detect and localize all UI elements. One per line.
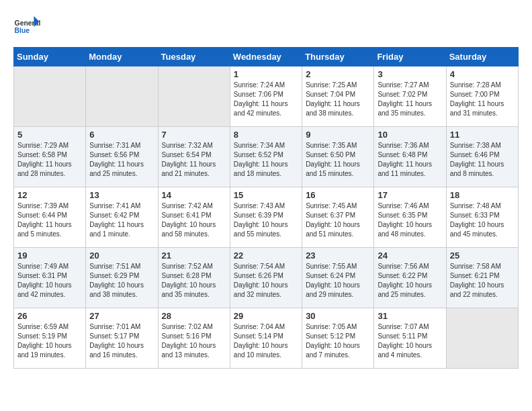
day-number: 23 [306, 250, 370, 261]
calendar-cell: 22Sunrise: 7:54 AMSunset: 6:26 PMDayligh… [230, 248, 302, 308]
day-info: Sunrise: 7:34 AMSunset: 6:52 PMDaylight:… [234, 141, 298, 179]
day-number: 10 [378, 130, 442, 140]
calendar-cell: 4Sunrise: 7:28 AMSunset: 7:00 PMDaylight… [446, 66, 518, 127]
day-number: 31 [378, 311, 442, 321]
day-number: 3 [378, 69, 442, 79]
day-info: Sunrise: 7:55 AMSunset: 6:24 PMDaylight:… [306, 262, 370, 300]
day-number: 7 [162, 130, 226, 140]
day-info: Sunrise: 7:05 AMSunset: 5:12 PMDaylight:… [306, 322, 370, 360]
weekday-header-tuesday: Tuesday [158, 48, 230, 66]
calendar-cell: 13Sunrise: 7:41 AMSunset: 6:42 PMDayligh… [86, 187, 158, 248]
day-info: Sunrise: 7:29 AMSunset: 6:58 PMDaylight:… [17, 141, 82, 179]
day-info: Sunrise: 7:51 AMSunset: 6:29 PMDaylight:… [89, 262, 154, 300]
calendar-cell: 29Sunrise: 7:04 AMSunset: 5:14 PMDayligh… [230, 308, 302, 369]
day-info: Sunrise: 7:01 AMSunset: 5:17 PMDaylight:… [89, 322, 154, 360]
weekday-header-friday: Friday [374, 48, 446, 66]
calendar-cell: 25Sunrise: 7:58 AMSunset: 6:21 PMDayligh… [446, 248, 518, 308]
day-info: Sunrise: 7:49 AMSunset: 6:31 PMDaylight:… [17, 262, 82, 300]
calendar-cell: 27Sunrise: 7:01 AMSunset: 5:17 PMDayligh… [86, 308, 158, 369]
day-number: 4 [450, 69, 515, 79]
day-info: Sunrise: 7:43 AMSunset: 6:39 PMDaylight:… [234, 201, 298, 239]
logo: General Blue [13, 13, 43, 40]
calendar-cell [86, 66, 158, 127]
day-number: 19 [17, 250, 82, 261]
day-number: 18 [450, 190, 515, 200]
day-number: 28 [162, 311, 226, 321]
day-info: Sunrise: 6:59 AMSunset: 5:19 PMDaylight:… [17, 322, 82, 360]
calendar-cell: 7Sunrise: 7:32 AMSunset: 6:54 PMDaylight… [158, 127, 230, 187]
calendar-cell: 19Sunrise: 7:49 AMSunset: 6:31 PMDayligh… [14, 248, 86, 308]
day-number: 29 [234, 311, 298, 321]
day-info: Sunrise: 7:54 AMSunset: 6:26 PMDaylight:… [234, 262, 298, 300]
day-info: Sunrise: 7:31 AMSunset: 6:56 PMDaylight:… [89, 141, 154, 179]
calendar-cell [14, 66, 86, 127]
calendar-cell: 24Sunrise: 7:56 AMSunset: 6:22 PMDayligh… [374, 248, 446, 308]
weekday-header-sunday: Sunday [14, 48, 86, 66]
day-number: 24 [378, 250, 442, 261]
calendar-cell: 10Sunrise: 7:36 AMSunset: 6:48 PMDayligh… [374, 127, 446, 187]
calendar-body: 1Sunrise: 7:24 AMSunset: 7:06 PMDaylight… [14, 66, 519, 369]
calendar-cell: 16Sunrise: 7:45 AMSunset: 6:37 PMDayligh… [302, 187, 374, 248]
day-info: Sunrise: 7:04 AMSunset: 5:14 PMDaylight:… [234, 322, 298, 360]
calendar-cell: 15Sunrise: 7:43 AMSunset: 6:39 PMDayligh… [230, 187, 302, 248]
calendar-header: SundayMondayTuesdayWednesdayThursdayFrid… [14, 48, 519, 66]
day-info: Sunrise: 7:41 AMSunset: 6:42 PMDaylight:… [89, 201, 154, 239]
day-info: Sunrise: 7:38 AMSunset: 6:46 PMDaylight:… [450, 141, 515, 179]
day-number: 20 [89, 250, 154, 261]
day-number: 6 [89, 130, 154, 140]
calendar-cell: 28Sunrise: 7:02 AMSunset: 5:16 PMDayligh… [158, 308, 230, 369]
day-number: 12 [17, 190, 82, 200]
day-info: Sunrise: 7:32 AMSunset: 6:54 PMDaylight:… [162, 141, 226, 179]
logo-icon: General Blue [13, 13, 40, 40]
day-info: Sunrise: 7:35 AMSunset: 6:50 PMDaylight:… [306, 141, 370, 179]
calendar-cell: 17Sunrise: 7:46 AMSunset: 6:35 PMDayligh… [374, 187, 446, 248]
day-number: 22 [234, 250, 298, 261]
weekday-header-thursday: Thursday [302, 48, 374, 66]
calendar-week-row: 12Sunrise: 7:39 AMSunset: 6:44 PMDayligh… [14, 187, 519, 248]
day-number: 26 [17, 311, 82, 321]
day-info: Sunrise: 7:27 AMSunset: 7:02 PMDaylight:… [378, 81, 442, 118]
day-number: 25 [450, 250, 515, 261]
calendar-cell: 30Sunrise: 7:05 AMSunset: 5:12 PMDayligh… [302, 308, 374, 369]
calendar-cell: 26Sunrise: 6:59 AMSunset: 5:19 PMDayligh… [14, 308, 86, 369]
header-row: SundayMondayTuesdayWednesdayThursdayFrid… [14, 48, 519, 66]
day-info: Sunrise: 7:58 AMSunset: 6:21 PMDaylight:… [450, 262, 515, 300]
weekday-header-wednesday: Wednesday [230, 48, 302, 66]
weekday-header-saturday: Saturday [446, 48, 518, 66]
calendar-cell: 12Sunrise: 7:39 AMSunset: 6:44 PMDayligh… [14, 187, 86, 248]
day-number: 13 [89, 190, 154, 200]
day-number: 16 [306, 190, 370, 200]
day-number: 30 [306, 311, 370, 321]
day-info: Sunrise: 7:56 AMSunset: 6:22 PMDaylight:… [378, 262, 442, 300]
day-number: 1 [234, 69, 298, 79]
day-info: Sunrise: 7:46 AMSunset: 6:35 PMDaylight:… [378, 201, 442, 239]
calendar-cell: 2Sunrise: 7:25 AMSunset: 7:04 PMDaylight… [302, 66, 374, 127]
calendar-cell [446, 308, 518, 369]
calendar-cell: 20Sunrise: 7:51 AMSunset: 6:29 PMDayligh… [86, 248, 158, 308]
calendar-cell [158, 66, 230, 127]
calendar-cell: 18Sunrise: 7:48 AMSunset: 6:33 PMDayligh… [446, 187, 518, 248]
day-info: Sunrise: 7:24 AMSunset: 7:06 PMDaylight:… [234, 81, 298, 118]
calendar-cell: 1Sunrise: 7:24 AMSunset: 7:06 PMDaylight… [230, 66, 302, 127]
day-info: Sunrise: 7:42 AMSunset: 6:41 PMDaylight:… [162, 201, 226, 239]
calendar-week-row: 26Sunrise: 6:59 AMSunset: 5:19 PMDayligh… [14, 308, 519, 369]
svg-text:Blue: Blue [15, 27, 30, 34]
day-info: Sunrise: 7:25 AMSunset: 7:04 PMDaylight:… [306, 81, 370, 118]
calendar-cell: 23Sunrise: 7:55 AMSunset: 6:24 PMDayligh… [302, 248, 374, 308]
day-number: 14 [162, 190, 226, 200]
calendar-cell: 8Sunrise: 7:34 AMSunset: 6:52 PMDaylight… [230, 127, 302, 187]
day-info: Sunrise: 7:36 AMSunset: 6:48 PMDaylight:… [378, 141, 442, 179]
page-header: General Blue [13, 13, 519, 40]
day-info: Sunrise: 7:07 AMSunset: 5:11 PMDaylight:… [378, 322, 442, 360]
day-number: 11 [450, 130, 515, 140]
day-info: Sunrise: 7:39 AMSunset: 6:44 PMDaylight:… [17, 201, 82, 239]
day-number: 9 [306, 130, 370, 140]
calendar-cell: 14Sunrise: 7:42 AMSunset: 6:41 PMDayligh… [158, 187, 230, 248]
day-number: 15 [234, 190, 298, 200]
calendar-week-row: 1Sunrise: 7:24 AMSunset: 7:06 PMDaylight… [14, 66, 519, 127]
calendar-cell: 11Sunrise: 7:38 AMSunset: 6:46 PMDayligh… [446, 127, 518, 187]
day-info: Sunrise: 7:48 AMSunset: 6:33 PMDaylight:… [450, 201, 515, 239]
calendar-cell: 21Sunrise: 7:52 AMSunset: 6:28 PMDayligh… [158, 248, 230, 308]
day-info: Sunrise: 7:28 AMSunset: 7:00 PMDaylight:… [450, 81, 515, 118]
day-info: Sunrise: 7:52 AMSunset: 6:28 PMDaylight:… [162, 262, 226, 300]
